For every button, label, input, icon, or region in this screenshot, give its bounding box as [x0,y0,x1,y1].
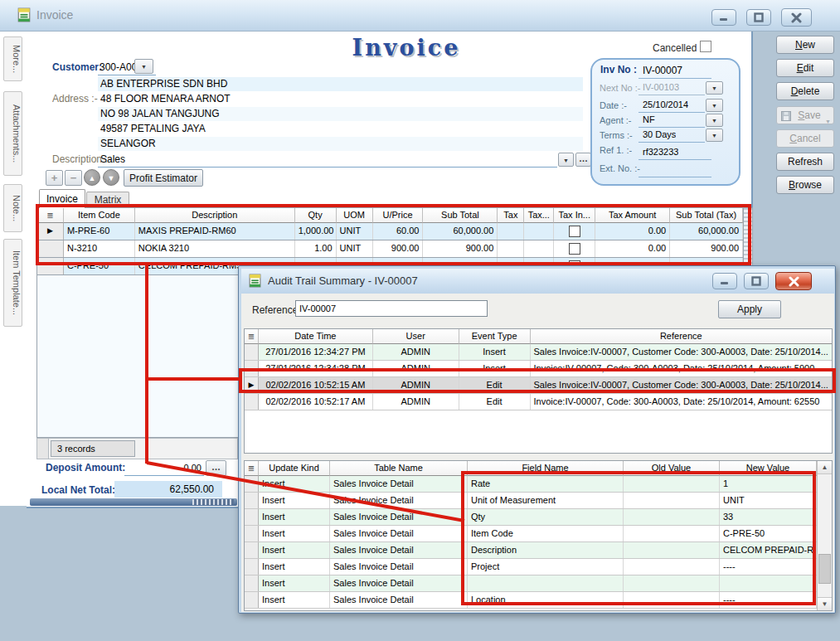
col-header-old-value[interactable]: Old Value [624,461,720,476]
tax-inclusive-checkbox[interactable] [569,226,580,237]
minimize-button[interactable] [711,9,736,26]
date-dropdown-button[interactable]: ▼ [706,99,723,112]
next-no-value[interactable]: IV-00103 [643,82,679,92]
grid-menu-icon[interactable]: ≣ [37,208,64,223]
refresh-button[interactable]: Refresh [776,153,834,171]
grid-menu-icon[interactable]: ≣ [245,461,259,476]
col-header-qty[interactable]: Qty [295,208,337,223]
date-value[interactable]: 25/10/2014 [643,100,688,109]
invoice-grid-row[interactable]: N-3210 NOKIA 3210 1.00 UNIT 900.00 900.0… [37,240,743,258]
col-header-table-name[interactable]: Table Name [330,461,468,476]
apply-button[interactable]: Apply [718,300,781,318]
horizontal-scrollbar[interactable] [30,498,237,506]
new-button[interactable]: New [776,36,834,54]
add-row-button[interactable]: + [46,170,63,186]
audit-detail-row[interactable]: Insert Sales Invoice Detail Rate 1 [245,476,832,493]
audit-summary-row[interactable]: 27/01/2016 12:34:28 PM ADMIN Insert Invo… [245,361,832,377]
audit-minimize-button[interactable] [712,273,737,289]
cell-table-name: Sales Invoice Detail [330,575,468,591]
audit-detail-row[interactable]: Insert Sales Invoice Detail Location ---… [245,592,832,609]
col-header-field-name[interactable]: Field Name [468,461,624,476]
terms-value[interactable]: 30 Days [643,129,676,139]
audit-summary-row[interactable]: 02/02/2016 10:52:17 AM ADMIN Edit Invoic… [245,394,832,410]
audit-detail-row[interactable]: Insert Sales Invoice Detail Item Code C-… [245,526,832,542]
audit-detail-row[interactable]: Insert Sales Invoice Detail Description … [245,542,832,559]
deposit-ellipsis-button[interactable]: … [206,460,226,476]
maximize-button[interactable] [746,9,771,26]
audit-detail-row[interactable]: Insert Sales Invoice Detail Qty 33 [245,509,832,526]
terms-dropdown-button[interactable]: ▼ [706,129,723,142]
cancel-button[interactable]: Cancel [776,129,834,148]
audit-detail-row[interactable]: Insert Sales Invoice Detail Project ---- [245,559,832,575]
description-dropdown-button[interactable]: ▼ [558,153,574,167]
col-header-reference[interactable]: Reference [531,329,832,344]
agent-dropdown-button[interactable]: ▼ [706,114,723,127]
cell-uom: UNIT [337,223,373,240]
cancelled-checkbox[interactable] [700,41,711,52]
col-header-tax-amount[interactable]: Tax Amount [595,208,670,223]
tab-invoice[interactable]: Invoice [39,189,85,208]
cell-qty: 1,000.00 [295,223,337,240]
cell-reference: Invoice:IV-00007, Code: 300-A0003, Date:… [531,394,832,410]
col-header-tax[interactable]: Tax [498,208,524,223]
sidebar-tab-item-template[interactable]: Item Template... [3,239,22,327]
cell-update-kind: Insert [259,493,330,508]
tab-matrix[interactable]: Matrix [86,192,129,208]
col-header-update-kind[interactable]: Update Kind [259,461,330,476]
col-header-description[interactable]: Description [135,208,295,223]
col-header-new-value[interactable]: New Value [720,461,817,476]
next-no-dropdown-button[interactable]: ▼ [706,81,723,95]
col-header-tax-inclusive[interactable]: Tax In... [554,208,595,223]
scrollbar-thumb[interactable] [818,554,831,584]
col-header-uom[interactable]: UOM [337,208,373,223]
col-header-item-code[interactable]: Item Code [64,208,135,223]
dropdown-arrow-icon: ▼ [711,85,717,91]
close-button[interactable] [781,8,812,27]
inv-no-label: Inv No : [600,64,637,75]
col-header-tax2[interactable]: Tax... [524,208,554,223]
cell-new-value: C-PRE-50 [720,526,817,541]
profit-estimator-button[interactable]: Profit Estimator [124,169,203,187]
dropdown-arrow-icon: ▼ [711,118,717,124]
audit-summary-row[interactable]: 27/01/2016 12:34:27 PM ADMIN Insert Sale… [245,344,832,361]
deposit-amount-value[interactable]: 0.00 [124,463,202,473]
sidebar-tab-more[interactable]: More... [3,36,22,81]
description-ellipsis-button[interactable]: … [575,153,591,167]
col-header-event-type[interactable]: Event Type [459,329,531,344]
col-header-subtotal[interactable]: Sub Total [423,208,498,223]
audit-maximize-button[interactable] [744,273,769,289]
col-header-subtotal-tax[interactable]: Sub Total (Tax) [670,208,743,223]
audit-close-button[interactable] [775,272,812,290]
browse-button[interactable]: Browse [776,176,834,194]
description-field[interactable]: Sales [100,153,125,165]
sidebar-tab-attachments[interactable]: Attachments... [3,91,22,176]
audit-detail-scrollbar[interactable]: ▲ ▼ [817,461,832,610]
col-header-date-time[interactable]: Date Time [259,329,373,344]
audit-detail-row[interactable]: Insert Sales Invoice Detail [245,575,832,592]
scroll-down-button[interactable]: ▼ [818,597,832,610]
edit-button[interactable]: Edit [776,59,834,77]
remove-row-button[interactable]: − [65,170,82,186]
delete-button[interactable]: Delete [776,82,834,100]
row-indicator [245,476,259,492]
reference-input[interactable] [295,300,488,317]
scroll-up-button[interactable]: ▲ [818,461,832,474]
move-down-button[interactable]: ▼ [103,169,119,186]
customer-name: AB ENTERPRISE SDN BHD [98,77,583,91]
audit-summary-row-selected[interactable]: ▶ 02/02/2016 10:52:15 AM ADMIN Edit Sale… [245,377,832,394]
sidebar-tab-note[interactable]: Note... [3,184,22,232]
ref1-value[interactable]: rf323233 [643,147,678,157]
customer-dropdown-button[interactable]: ▼ [134,59,153,74]
save-button[interactable]: Save ▼ [776,106,834,124]
agent-value[interactable]: NF [643,114,655,124]
audit-detail-row[interactable]: Insert Sales Invoice Detail Unit of Meas… [245,493,832,509]
cell-new-value: 1 [720,476,817,492]
move-up-button[interactable]: ▲ [84,169,100,186]
invoice-grid-row[interactable]: ▶ M-PRE-60 MAXIS PREPAID-RM60 1,000.00 U… [37,223,743,240]
tax-inclusive-checkbox[interactable] [569,243,580,255]
cell-reference: Sales Invoice:IV-00007, Customer Code: 3… [531,344,832,360]
col-header-user[interactable]: User [373,329,459,344]
invoice-grid-scrollbar[interactable] [744,207,753,272]
col-header-uprice[interactable]: U/Price [373,208,424,223]
grid-menu-icon[interactable]: ≣ [245,329,259,344]
